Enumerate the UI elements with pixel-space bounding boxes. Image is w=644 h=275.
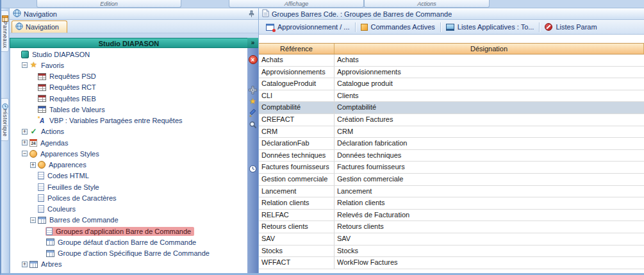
tree-item[interactable]: Studio DIAPASON: [10, 49, 247, 60]
toolbar-button-listes-param[interactable]: Listes Param: [540, 20, 602, 34]
table-body: AchatsAchatsApprovisionnementsApprovisio…: [259, 54, 644, 273]
cube-icon: [361, 24, 368, 31]
expand-toggle[interactable]: +: [22, 140, 28, 146]
table-row[interactable]: LancementLancement: [259, 186, 644, 198]
table-row[interactable]: DéclarationFabDéclaration fabrication: [259, 138, 644, 150]
cell-designation: CRM: [334, 126, 644, 138]
cell-designation: Approvisionnements: [334, 67, 644, 78]
tree-item[interactable]: +Actions: [10, 126, 247, 137]
table-row[interactable]: StocksStocks: [259, 246, 644, 258]
tree-item[interactable]: Requêtes PSD: [10, 71, 247, 82]
tree-item-label: Apparences: [48, 161, 87, 169]
tree-item-label: Requêtes REB: [49, 95, 97, 103]
expand-panel-button[interactable]: »: [247, 38, 258, 48]
tree-item[interactable]: Couleurs: [10, 204, 247, 215]
tree-item-body: Apparences Styles: [29, 149, 103, 158]
tab-navigation[interactable]: Navigation: [12, 21, 67, 33]
cell-reference: CLI: [259, 90, 334, 102]
cell-designation: WorkFlow Factures: [334, 257, 644, 269]
tree-item-body: Requêtes RCT: [37, 83, 99, 92]
tree-item[interactable]: Feuilles de Style: [10, 181, 247, 192]
pencil-icon[interactable]: [249, 108, 258, 117]
table-row[interactable]: Gestion commercialeGestion commerciale: [259, 174, 644, 186]
tree-item[interactable]: Tables de Valeurs: [10, 104, 247, 115]
table-row[interactable]: CREFACTCréation Factures: [259, 114, 644, 126]
tree-item-label: Tables de Valeurs: [49, 106, 106, 113]
expand-toggle[interactable]: −: [30, 217, 36, 223]
gear-icon[interactable]: [249, 85, 258, 94]
globe-icon: [15, 22, 23, 31]
tree-item[interactable]: −Apparences Styles: [10, 148, 247, 159]
column-header-designation[interactable]: Désignation: [334, 44, 644, 54]
table-row[interactable]: Relation clientsRelation clients: [259, 197, 644, 210]
column-header-reference[interactable]: Référence: [259, 44, 334, 54]
toolbar-button-approvisionnement[interactable]: Approvisionnement / ...: [261, 20, 355, 34]
tree-item[interactable]: Polices de Caractères: [10, 192, 247, 203]
table-row[interactable]: ComptabilitéComptabilité: [259, 102, 644, 114]
table-row[interactable]: RELFACRelevés de Facturation: [259, 210, 644, 222]
star-icon[interactable]: [249, 97, 258, 106]
tree-item-body: Arbres: [29, 260, 65, 269]
tree-item[interactable]: −Favoris: [10, 60, 247, 71]
screen-icon: [446, 24, 454, 31]
tree-item[interactable]: Codes HTML: [10, 171, 247, 181]
cell-reference: Relation clients: [259, 197, 334, 209]
expand-toggle[interactable]: −: [22, 151, 28, 156]
menu-tab-affichage[interactable]: Affichage: [229, 0, 364, 8]
side-tabstrip: Panneaux Historique: [1, 8, 10, 273]
tree-item[interactable]: Groupes d'application Barre de Commande: [10, 226, 247, 237]
table-row[interactable]: Données techniquesDonnées techniques: [259, 150, 644, 162]
tree-item[interactable]: −Barres de Commande: [10, 215, 247, 226]
table-row[interactable]: AchatsAchats: [259, 54, 644, 67]
clock-icon[interactable]: [249, 164, 258, 173]
side-tab-label: Historique: [2, 109, 8, 137]
side-tab-panneaux[interactable]: Panneaux: [1, 10, 9, 52]
table-row[interactable]: SAVSAV: [259, 233, 644, 246]
tree-item[interactable]: Groupe d'action Spécifique Barre de Comm…: [10, 248, 247, 259]
table-row[interactable]: ApprovisionnementsApprovisionnements: [259, 67, 644, 79]
table-row[interactable]: CLIClients: [259, 90, 644, 103]
application-window: Edition Affichage Actions Panneaux Histo…: [0, 0, 644, 275]
table-row[interactable]: Factures fournisseursFactures fournisseu…: [259, 162, 644, 174]
expand-toggle[interactable]: −: [22, 62, 28, 68]
navigation-panel-title: Navigation: [24, 10, 57, 18]
table-row[interactable]: Retours clientsRetours clients: [259, 221, 644, 233]
tree-item[interactable]: +Arbres: [10, 259, 247, 270]
toolbar-button-label: Listes Param: [556, 23, 597, 31]
tree-item[interactable]: VBP : Variables Partagées entre Requêtes: [10, 115, 247, 126]
table-gap: [259, 35, 644, 43]
tab-navigation-label: Navigation: [26, 23, 59, 31]
bars-icon: [29, 261, 38, 268]
expand-toggle[interactable]: +: [22, 262, 28, 267]
toolbar-button-commandes-actives[interactable]: Commandes Actives: [356, 20, 440, 34]
menu-tab-actions[interactable]: Actions: [364, 0, 490, 8]
side-tab-historique[interactable]: Historique: [1, 98, 9, 140]
table-row[interactable]: CatalogueProduitCatalogue produit: [259, 78, 644, 90]
tree-item[interactable]: +Agendas: [10, 137, 247, 148]
menu-tab-edition[interactable]: Edition: [37, 0, 181, 8]
expand-toggle[interactable]: +: [30, 162, 36, 168]
table-row[interactable]: CRMCRM: [259, 126, 644, 138]
studio-icon: [21, 51, 29, 58]
tree-item[interactable]: Requêtes RCT: [10, 82, 247, 93]
check-icon: [29, 128, 38, 136]
toggle-slot: +: [21, 262, 29, 267]
toolbar-button-label: Commandes Actives: [371, 23, 435, 31]
tree-item[interactable]: +Apparences: [10, 160, 247, 171]
close-icon[interactable]: [249, 55, 258, 64]
globe-icon: [13, 9, 21, 19]
table-header-row: Référence Désignation: [259, 43, 644, 54]
cell-reference: CRM: [259, 126, 334, 138]
tree-item-body: Polices de Caractères: [37, 194, 120, 203]
tree-item-label: Apparences Styles: [40, 150, 100, 158]
tree-item[interactable]: Requêtes REB: [10, 93, 247, 104]
tree-item[interactable]: Groupe défaut d'action Barre de Commande: [10, 237, 247, 247]
toolbar-button-listes-applicatives[interactable]: Listes Applicatives : To...: [441, 20, 540, 34]
content-header: Groupes Barres Cde. : Groupes de Barres …: [259, 8, 644, 20]
search-icon[interactable]: [249, 120, 258, 129]
expand-toggle[interactable]: +: [22, 129, 28, 135]
tree-item-body: Groupes d'application Barre de Commande: [45, 227, 194, 236]
tree-item-body: Favoris: [29, 60, 67, 70]
pin-icon[interactable]: [248, 10, 255, 17]
table-row[interactable]: WFFACTWorkFlow Factures: [259, 257, 644, 269]
